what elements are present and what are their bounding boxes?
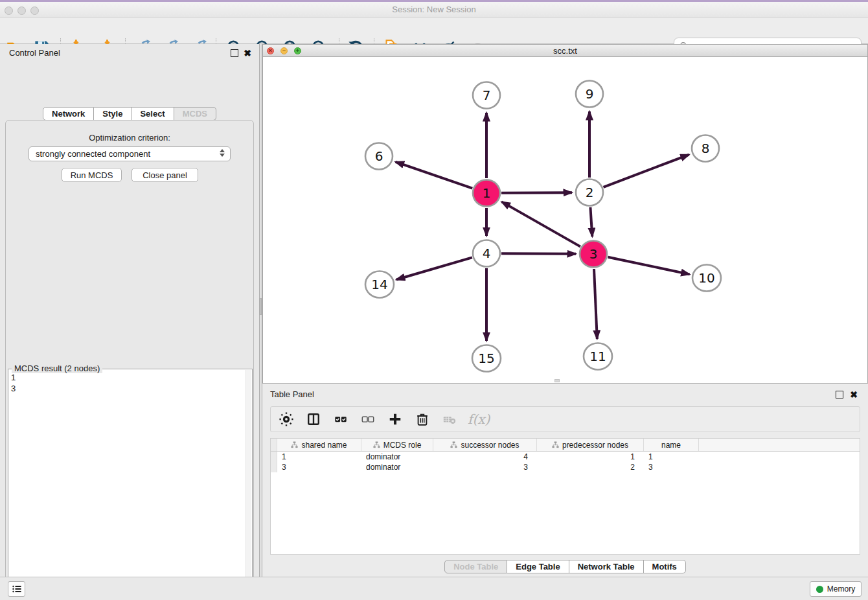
graph-node-11[interactable]: 11 (584, 343, 612, 370)
delete-table-button[interactable] (440, 411, 459, 428)
column-header-label: successor nodes (461, 441, 519, 450)
delete-columns-button[interactable] (413, 411, 431, 428)
node-label-2: 2 (586, 185, 594, 200)
column-header-predecessor-nodes[interactable]: predecessor nodes (537, 439, 644, 451)
cell-MCDS-role[interactable]: dominator (361, 462, 433, 472)
cell-predecessor-nodes[interactable]: 2 (537, 462, 644, 472)
float-panel-button[interactable] (229, 48, 240, 58)
graph-node-4[interactable]: 4 (473, 240, 500, 267)
table-panel-tabs: Node TableEdge TableNetwork TableMotifs (262, 560, 868, 573)
edge-1-2[interactable] (501, 192, 572, 193)
row-gutter (271, 439, 277, 451)
column-header-label: MCDS role (383, 441, 422, 450)
optimization-criterion-label: Optimization criterion: (0, 133, 259, 143)
tab-select[interactable]: Select (131, 107, 174, 121)
mcds-result-box[interactable]: 1 3 (8, 369, 253, 600)
control-panel-title: Control Panel (9, 48, 60, 58)
cell-MCDS-role[interactable]: dominator (361, 452, 433, 462)
graph-node-1[interactable]: 1 (473, 180, 500, 207)
graph-node-10[interactable]: 10 (692, 265, 721, 292)
graph-node-15[interactable]: 15 (472, 345, 501, 372)
network-canvas[interactable]: 7968124314101511 (263, 57, 867, 383)
column-header-label: name (661, 441, 681, 450)
column-header-shared-name[interactable]: shared name (277, 439, 361, 451)
control-panel-tabs: NetworkStyleSelectMCDS (0, 107, 259, 121)
table-panel-title: Table Panel (270, 389, 314, 399)
memory-button[interactable]: Memory (810, 581, 862, 597)
close-panel-action-button[interactable]: Close panel (131, 168, 198, 182)
cell-successor-nodes[interactable]: 4 (433, 452, 537, 462)
splitter-grip[interactable] (260, 298, 262, 315)
edge-3-11[interactable] (594, 269, 597, 339)
edge-3-10[interactable] (608, 257, 690, 275)
node-label-6: 6 (375, 148, 383, 164)
tab-motifs[interactable]: Motifs (644, 560, 686, 573)
edge-2-8[interactable] (604, 155, 689, 187)
node-label-8: 8 (702, 141, 710, 156)
unchecked-boxes-icon (361, 412, 375, 426)
column-header-MCDS-role[interactable]: MCDS role (361, 439, 433, 451)
graph-node-9[interactable]: 9 (576, 81, 603, 108)
cell-predecessor-nodes[interactable]: 1 (537, 452, 644, 462)
network-graph[interactable]: 7968124314101511 (263, 57, 867, 384)
close-icon: ✖ (850, 391, 858, 398)
column-header-label: predecessor nodes (562, 441, 628, 450)
table-settings-button[interactable] (277, 411, 295, 428)
task-history-button[interactable] (8, 581, 25, 597)
cell-successor-nodes[interactable]: 3 (433, 462, 537, 472)
tab-style[interactable]: Style (94, 107, 131, 121)
select-all-columns-button[interactable] (332, 411, 350, 428)
edge-4-3[interactable] (501, 253, 576, 254)
tab-edge-table[interactable]: Edge Table (507, 560, 569, 573)
unselect-all-columns-button[interactable] (359, 411, 377, 428)
node-label-14: 14 (371, 277, 387, 292)
close-icon: ✖ (244, 49, 251, 57)
function-builder-button[interactable]: f(x) (468, 411, 490, 427)
dropdown-stepper-icon (220, 149, 225, 157)
column-sort-icon (450, 441, 457, 448)
float-icon (231, 49, 238, 57)
node-label-4: 4 (483, 246, 491, 261)
node-label-9: 9 (586, 86, 594, 102)
add-column-button[interactable] (386, 411, 404, 428)
cell-name[interactable]: 3 (644, 462, 699, 472)
network-window-titlebar[interactable]: × – + scc.txt (263, 45, 867, 57)
edge-2-3[interactable] (590, 207, 592, 237)
graph-node-2[interactable]: 2 (576, 179, 603, 206)
titlebar[interactable]: Session: New Session (0, 2, 868, 17)
node-label-11: 11 (589, 349, 606, 364)
graph-node-6[interactable]: 6 (365, 143, 393, 170)
gear-icon (279, 412, 293, 426)
column-header-successor-nodes[interactable]: successor nodes (433, 439, 537, 451)
tab-network[interactable]: Network (43, 107, 94, 121)
edge-1-6[interactable] (396, 162, 473, 189)
horizontal-splitter-grip[interactable] (554, 379, 560, 382)
graph-node-8[interactable]: 8 (692, 135, 719, 162)
memory-label: Memory (827, 584, 855, 594)
table-row[interactable]: 3dominator323 (271, 462, 860, 472)
graph-node-3[interactable]: 3 (580, 241, 607, 268)
task-list-icon (12, 584, 22, 594)
float-table-panel-button[interactable] (834, 389, 845, 400)
result-scrollbar[interactable] (246, 370, 251, 600)
table-row[interactable]: 1dominator411 (271, 452, 860, 462)
tab-node-table[interactable]: Node Table (444, 560, 507, 573)
criterion-dropdown[interactable]: strongly connected component (29, 146, 231, 161)
edge-3-1[interactable] (501, 202, 580, 246)
column-header-name[interactable]: name (644, 439, 699, 451)
cell-name[interactable]: 1 (644, 452, 699, 462)
tab-mcds[interactable]: MCDS (174, 107, 216, 121)
cell-shared-name[interactable]: 1 (277, 452, 361, 462)
table-panel: Table Panel ✖ f(x) (262, 385, 868, 577)
cell-shared-name[interactable]: 3 (277, 462, 361, 472)
graph-node-7[interactable]: 7 (473, 82, 500, 109)
graph-node-14[interactable]: 14 (365, 271, 394, 298)
run-mcds-button[interactable]: Run MCDS (62, 168, 122, 182)
tab-network-table[interactable]: Network Table (569, 560, 644, 573)
close-panel-button[interactable]: ✖ (242, 48, 253, 58)
close-table-panel-button[interactable]: ✖ (849, 389, 859, 400)
application-window: Session: New Session (0, 0, 868, 600)
table-toolbar: f(x) (270, 406, 860, 432)
edge-4-14[interactable] (396, 257, 472, 279)
show-columns-button[interactable] (304, 411, 323, 428)
